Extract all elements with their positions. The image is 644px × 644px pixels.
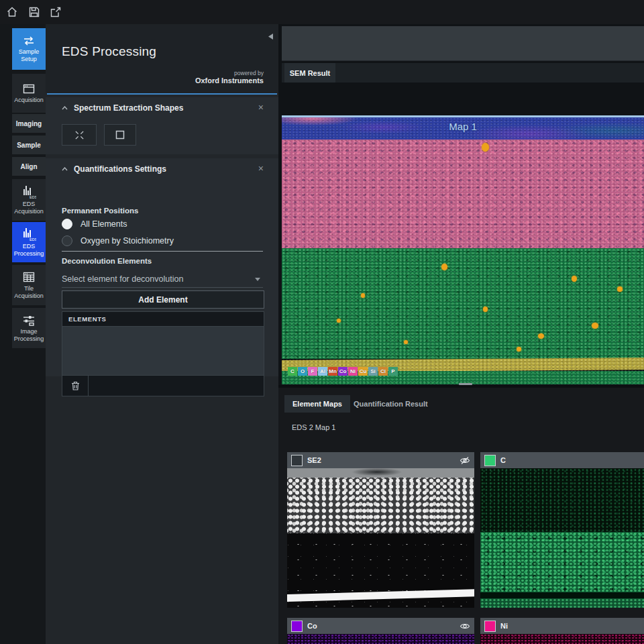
sem-tab-row: SEM Result xyxy=(282,63,644,83)
sliders-icon xyxy=(22,314,36,326)
element-chip[interactable]: Si xyxy=(368,367,378,376)
c-map-image[interactable] xyxy=(480,468,644,608)
element-chip[interactable]: Cu xyxy=(358,367,368,376)
sidebar-item-label: Image Processing xyxy=(12,328,46,343)
section-header[interactable]: Quantifications Settings xyxy=(62,164,166,174)
workspace-area: SEM Result Map 1 C O F xyxy=(278,24,644,644)
save-icon[interactable] xyxy=(28,6,40,18)
element-chip[interactable]: Al xyxy=(318,367,327,376)
section-header[interactable]: Spectrum Extraction Shapes xyxy=(62,103,183,113)
map-particle xyxy=(361,293,365,298)
visibility-off-icon[interactable] xyxy=(460,456,470,465)
map-noise-overlay xyxy=(282,117,644,384)
chevron-down-icon xyxy=(255,278,260,281)
map-tile-header: Ni xyxy=(480,618,644,634)
delete-element-button[interactable] xyxy=(62,376,89,396)
sem-layered-map-image[interactable]: Map 1 C O F Al Mn Co Ni Cu Si Cl P xyxy=(282,115,644,384)
panel-title: EDS Processing xyxy=(62,44,156,59)
collapse-panel-icon[interactable] xyxy=(268,34,273,40)
close-section-icon[interactable]: × xyxy=(258,102,264,113)
dataset-label: EDS 2 Map 1 xyxy=(292,423,335,431)
tab-element-maps[interactable]: Element Maps xyxy=(284,395,350,413)
eds-processing-panel: EDS Processing powered by Oxford Instrum… xyxy=(46,24,278,644)
sidebar-item-label: Align xyxy=(21,163,38,170)
add-element-button[interactable]: Add Element xyxy=(62,290,264,309)
eds-spectrum-icon: EDS xyxy=(21,184,36,199)
layer-label: Co xyxy=(307,622,455,630)
powered-by-label: powered by xyxy=(234,70,264,76)
radio-label: Oxygen by Stoichiometry xyxy=(80,236,174,246)
sidebar-item-label: EDS Processing xyxy=(12,243,46,258)
layer-color-chip xyxy=(484,455,496,466)
map-particle xyxy=(572,276,577,282)
element-chip[interactable]: P xyxy=(388,367,398,376)
radio-oxygen-by-stoichiometry[interactable]: Oxygen by Stoichiometry xyxy=(62,235,174,246)
layer-color-chip xyxy=(291,455,303,466)
element-chip[interactable]: Co xyxy=(338,367,347,376)
export-icon[interactable] xyxy=(50,6,62,18)
map-tile-header: C xyxy=(480,452,644,468)
element-chip[interactable]: Ni xyxy=(348,367,358,376)
map-particle xyxy=(482,143,489,152)
ni-map-image[interactable] xyxy=(480,634,644,644)
acquisition-window-icon xyxy=(22,83,36,95)
sidebar-item-sample[interactable]: Sample xyxy=(12,136,46,154)
layer-label: Ni xyxy=(500,622,644,630)
close-section-icon[interactable]: × xyxy=(258,163,264,174)
section-title: Spectrum Extraction Shapes xyxy=(74,103,183,113)
map-title-overlay: Map 1 xyxy=(282,121,644,132)
rectangle-extraction-button[interactable] xyxy=(104,124,136,146)
element-map-tile-se2[interactable]: SE2 xyxy=(287,452,474,608)
panel-header: EDS Processing powered by Oxford Instrum… xyxy=(46,24,278,93)
sidebar-item-eds-acquisition[interactable]: EDS EDS Acquisition xyxy=(12,179,46,221)
sidebar-item-acquisition[interactable]: Acquisition xyxy=(12,74,46,113)
map-particle xyxy=(538,333,544,339)
sidebar-item-eds-processing[interactable]: EDS EDS Processing xyxy=(12,222,46,262)
home-icon[interactable] xyxy=(6,6,18,18)
element-chip[interactable]: C xyxy=(288,367,297,376)
element-chip[interactable]: F xyxy=(308,367,317,376)
radio-label: All Elements xyxy=(80,219,127,229)
element-map-tile-c[interactable]: C xyxy=(480,452,644,608)
deconvolution-elements-label: Deconvolution Elements xyxy=(62,257,152,265)
sidebar-item-sample-setup[interactable]: Sample Setup xyxy=(12,28,46,70)
element-map-tile-ni[interactable]: Ni xyxy=(480,618,644,644)
co-map-image[interactable] xyxy=(287,634,474,644)
element-map-tile-co[interactable]: Co xyxy=(287,618,474,644)
tab-quantification-result[interactable]: Quantification Result xyxy=(345,395,436,413)
rectangle-select-icon xyxy=(115,130,125,140)
element-chip[interactable]: Mn xyxy=(328,367,337,376)
sidebar-item-image-processing[interactable]: Image Processing xyxy=(12,308,46,348)
sidebar-item-label: Sample Setup xyxy=(12,48,46,63)
top-toolbar xyxy=(0,0,644,25)
sidebar-item-align[interactable]: Align xyxy=(12,157,46,176)
element-chip[interactable]: O xyxy=(298,367,307,376)
spectrum-extraction-shapes-section: Spectrum Extraction Shapes × xyxy=(46,97,278,154)
deconvolution-element-dropdown[interactable]: Select element for deconvolution xyxy=(62,271,263,288)
sidebar-item-label: Imaging xyxy=(16,120,42,127)
sidebar-item-label: Tile Acquisition xyxy=(12,285,46,300)
eds-application-window: Sample Setup Acquisition Imaging Sample … xyxy=(0,0,644,644)
radio-button[interactable] xyxy=(62,235,72,246)
visibility-on-icon[interactable] xyxy=(460,622,470,631)
quantifications-settings-section: Quantifications Settings × Permanent Pos… xyxy=(46,158,278,376)
radio-button[interactable] xyxy=(62,219,72,229)
se2-map-image[interactable] xyxy=(287,468,474,608)
tile-grid-icon xyxy=(22,271,36,283)
svg-text:EDS: EDS xyxy=(30,237,36,241)
radio-all-elements[interactable]: All Elements xyxy=(62,219,127,229)
main-navigation-sidebar: Sample Setup Acquisition Imaging Sample … xyxy=(0,24,46,644)
brand-label: Oxford Instruments xyxy=(195,76,264,85)
chevron-up-icon xyxy=(62,167,68,171)
sidebar-item-label: Acquisition xyxy=(14,97,44,104)
sidebar-item-tile-acquisition[interactable]: Tile Acquisition xyxy=(12,265,46,305)
point-extraction-button[interactable] xyxy=(62,124,97,146)
sidebar-item-imaging[interactable]: Imaging xyxy=(12,114,46,133)
element-chip[interactable]: Cl xyxy=(378,367,388,376)
sidebar-item-label: Sample xyxy=(17,142,41,149)
trash-icon xyxy=(71,381,80,390)
element-legend: C O F Al Mn Co Ni Cu Si Cl P xyxy=(288,367,398,376)
map-particle xyxy=(404,340,408,344)
tab-sem-result[interactable]: SEM Result xyxy=(284,63,335,83)
elements-list[interactable] xyxy=(62,327,264,375)
